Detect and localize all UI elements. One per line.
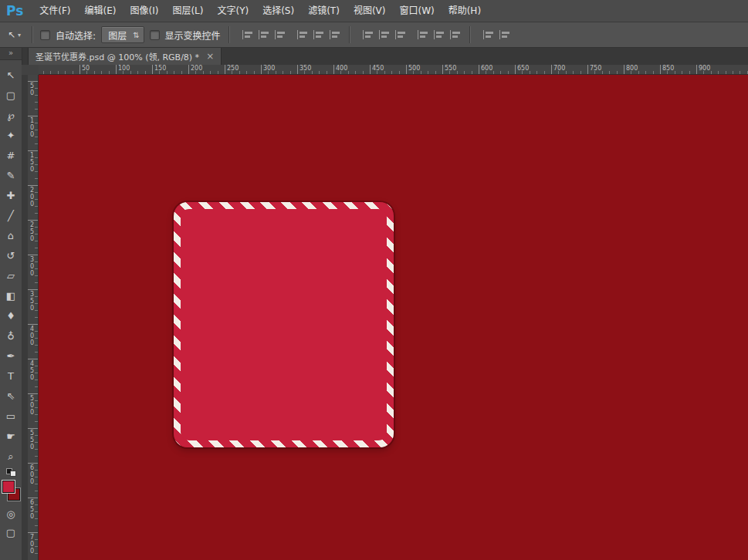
- distribute-left-edges-icon[interactable]: [416, 29, 429, 40]
- align-top-edges-icon[interactable]: [241, 29, 254, 40]
- menu-filter[interactable]: 滤镜(T): [301, 0, 347, 22]
- ruler-tick-label: 300: [28, 255, 38, 289]
- misc-icon-group: [482, 29, 511, 40]
- zoom-tool[interactable]: ⌕: [0, 446, 22, 466]
- history-brush-tool[interactable]: ↺: [0, 245, 22, 265]
- distribute-top-edges-icon[interactable]: [361, 29, 374, 40]
- ruler-tick-label: 600: [28, 463, 38, 498]
- auto-align-layers-icon[interactable]: [482, 29, 495, 40]
- magic-wand-tool[interactable]: ✦: [0, 125, 22, 145]
- coupon-shape[interactable]: [174, 202, 394, 447]
- align-left-edges-icon[interactable]: [296, 29, 309, 40]
- document-tab[interactable]: 圣诞节优惠券.psd @ 100% (领, RGB/8) * ×: [28, 48, 222, 65]
- quick-mask-button[interactable]: ◎: [0, 504, 22, 523]
- foreground-color-swatch[interactable]: [2, 481, 15, 493]
- distribute-bottom-edges-icon[interactable]: [394, 29, 407, 40]
- color-swatches: [0, 478, 22, 504]
- ruler-origin-corner[interactable]: [22, 65, 39, 76]
- tool-icon: ✎: [7, 170, 15, 180]
- distribute-vertical-centers-icon[interactable]: [377, 29, 391, 40]
- pen-tool[interactable]: ✒: [0, 346, 22, 366]
- healing-brush-tool[interactable]: ✚: [0, 185, 22, 205]
- crop-tool[interactable]: #: [0, 145, 22, 165]
- collapse-panel-button[interactable]: »: [0, 48, 22, 60]
- tool-icon: ▢: [6, 90, 15, 100]
- align-vertical-centers-icon[interactable]: [257, 29, 270, 40]
- vertical-ruler[interactable]: 5010015020025030035040045050055060065070…: [28, 75, 39, 560]
- quick-mask-icon: ◎: [6, 508, 15, 520]
- ruler-tick-label: 200: [188, 65, 225, 74]
- hand-tool[interactable]: ☛: [0, 426, 22, 446]
- menu-bar: Ps 文件(F)编辑(E)图像(I)图层(L)文字(Y)选择(S)滤镜(T)视图…: [0, 0, 748, 22]
- ruler-tick-label: 550: [28, 428, 38, 463]
- ruler-tick-label: 500: [406, 65, 442, 74]
- tool-icon: ◧: [6, 291, 15, 301]
- menu-type[interactable]: 文字(Y): [210, 0, 256, 22]
- close-icon[interactable]: ×: [206, 52, 214, 61]
- tool-icon: ✒: [7, 351, 15, 361]
- document-tab-title: 圣诞节优惠券.psd @ 100% (领, RGB/8) *: [36, 50, 199, 62]
- tool-icon: ⌂: [8, 231, 14, 241]
- arrange-icon[interactable]: [498, 29, 511, 40]
- menu-help[interactable]: 帮助(H): [442, 0, 488, 22]
- align-right-edges-icon[interactable]: [328, 29, 341, 40]
- ruler-tick-label: 250: [28, 220, 38, 255]
- menu-select[interactable]: 选择(S): [256, 0, 301, 22]
- dodge-tool[interactable]: ♁: [0, 326, 22, 346]
- ruler-tick-label: 900: [696, 65, 733, 74]
- type-tool[interactable]: T: [0, 366, 22, 386]
- document-canvas[interactable]: [39, 75, 748, 560]
- align-icon-group-1: [241, 29, 286, 40]
- ruler-tick-label: 300: [261, 65, 297, 74]
- ruler-tick-label: 250: [225, 65, 261, 74]
- ruler-tick-label: 400: [28, 324, 38, 359]
- menu-layer[interactable]: 图层(L): [165, 0, 210, 22]
- coupon-fill: [181, 209, 387, 440]
- tool-icon: ⌕: [8, 451, 13, 461]
- double-chevron-icon: »: [8, 49, 13, 57]
- menu-window[interactable]: 窗口(W): [392, 0, 441, 22]
- tool-icon: #: [7, 150, 15, 160]
- blur-tool[interactable]: ♦: [0, 305, 22, 326]
- screen-mode-button[interactable]: ▢: [0, 523, 22, 541]
- tool-icon: ♦: [6, 311, 15, 321]
- path-selection-tool[interactable]: ⇖: [0, 386, 22, 406]
- auto-select-target-dropdown[interactable]: 图层 ⇅: [101, 26, 144, 43]
- auto-select-checkbox[interactable]: [40, 30, 50, 40]
- brush-tool[interactable]: ╱: [0, 205, 22, 225]
- align-bottom-edges-icon[interactable]: [273, 29, 286, 40]
- distribute-right-edges-icon[interactable]: [448, 29, 462, 40]
- ruler-tick-label: 650: [515, 65, 551, 74]
- eraser-tool[interactable]: ▱: [0, 265, 22, 285]
- show-transform-checkbox[interactable]: [150, 30, 160, 40]
- ruler-tick-label: 600: [479, 65, 515, 74]
- separator: [228, 26, 229, 43]
- default-colors-icon[interactable]: [6, 468, 16, 477]
- tool-preset-picker[interactable]: ↖ ▾: [5, 28, 24, 42]
- ruler-tick-label: 700: [551, 65, 587, 74]
- tool-icon: T: [8, 371, 14, 381]
- lasso-tool[interactable]: ℘: [0, 105, 22, 125]
- separator: [32, 26, 32, 43]
- photoshop-logo: Ps: [0, 0, 32, 22]
- ruler-tick-label: 50: [28, 81, 38, 116]
- clone-stamp-tool[interactable]: ⌂: [0, 225, 22, 245]
- menu-file[interactable]: 文件(F): [32, 0, 77, 22]
- gradient-tool[interactable]: ◧: [0, 285, 22, 305]
- align-horizontal-centers-icon[interactable]: [312, 29, 325, 40]
- ruler-tick-label: 200: [28, 185, 38, 220]
- align-icon-group-2: [296, 29, 341, 40]
- distribute-horizontal-centers-icon[interactable]: [432, 29, 445, 40]
- ruler-tick-label: 850: [660, 65, 696, 74]
- marquee-tool[interactable]: ▢: [0, 85, 22, 105]
- ruler-tick-label: 100: [28, 116, 38, 150]
- rectangle-tool[interactable]: ▭: [0, 406, 22, 426]
- ruler-tick-label: 750: [587, 65, 624, 74]
- tool-icon: ✦: [7, 130, 15, 140]
- move-tool[interactable]: ↖: [0, 65, 22, 85]
- menu-edit[interactable]: 编辑(E): [78, 0, 124, 22]
- menu-image[interactable]: 图像(I): [124, 0, 166, 22]
- horizontal-ruler[interactable]: 5010015020025030035040045050055060065070…: [39, 65, 748, 75]
- eyedropper-tool[interactable]: ✎: [0, 165, 22, 185]
- menu-view[interactable]: 视图(V): [347, 0, 393, 22]
